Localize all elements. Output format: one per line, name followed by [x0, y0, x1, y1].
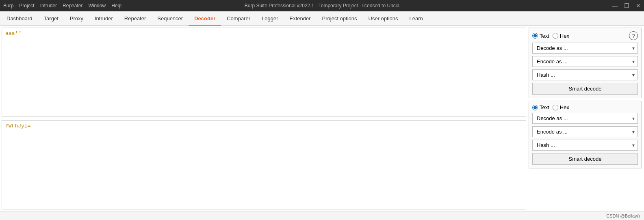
tab-extender[interactable]: Extender: [284, 12, 316, 26]
window-title: Burp Suite Professional v2022.1 - Tempor…: [245, 3, 399, 9]
hash-dropdown-1[interactable]: Hash ... SHA-256 SHA-1 MD5 SHA-384 SHA-5…: [532, 69, 638, 80]
tab-decoder[interactable]: Decoder: [189, 12, 221, 26]
tab-sequencer[interactable]: Sequencer: [152, 12, 189, 26]
editor-section-1: aaa'": [2, 28, 526, 117]
title-bar: Burp Project Intruder Repeater Window He…: [0, 0, 644, 11]
menu-help[interactable]: Help: [111, 3, 121, 9]
editor-section-2: YWFhJyl=: [2, 120, 526, 209]
tab-logger[interactable]: Logger: [256, 12, 284, 26]
window-controls: — ❒ ✕: [612, 2, 641, 9]
right-panel: Text Hex ? Decode as ... URL HTML Base64…: [526, 26, 644, 211]
menu-bar: Burp Project Intruder Repeater Window He…: [3, 3, 121, 9]
smart-decode-button-2[interactable]: Smart decode: [532, 153, 638, 165]
tab-project-options[interactable]: Project options: [317, 12, 363, 26]
hex-radio-1[interactable]: [553, 33, 558, 39]
help-button-1[interactable]: ?: [629, 31, 638, 40]
menu-project[interactable]: Project: [19, 3, 34, 9]
tab-comparer[interactable]: Comparer: [221, 12, 256, 26]
tab-proxy[interactable]: Proxy: [64, 12, 89, 26]
menu-burp[interactable]: Burp: [3, 3, 13, 9]
decode-dropdown-wrapper-2: Decode as ... URL HTML Base64 ASCII hex …: [532, 113, 638, 124]
tab-learn[interactable]: Learn: [404, 12, 429, 26]
editor-textarea-1[interactable]: aaa'": [2, 28, 526, 116]
smart-decode-button-1[interactable]: Smart decode: [532, 83, 638, 95]
decode-dropdown-1[interactable]: Decode as ... URL HTML Base64 ASCII hex …: [532, 43, 638, 54]
editor-textarea-2[interactable]: YWFhJyl=: [2, 121, 526, 209]
text-radio-label-1[interactable]: Text: [532, 33, 549, 39]
restore-button[interactable]: ❒: [624, 2, 629, 9]
minimize-button[interactable]: —: [612, 2, 618, 9]
hex-radio-label-2[interactable]: Hex: [553, 104, 569, 110]
tab-target[interactable]: Target: [38, 12, 64, 26]
tab-user-options[interactable]: User options: [363, 12, 404, 26]
status-bar: CSDN @Beilay(): [0, 211, 644, 220]
status-text: CSDN @Beilay(): [606, 214, 640, 218]
text-radio-2[interactable]: [532, 105, 538, 110]
menu-intruder[interactable]: Intruder: [40, 3, 57, 9]
control-block-1: Text Hex ? Decode as ... URL HTML Base64…: [529, 28, 642, 98]
hash-dropdown-wrapper-1: Hash ... SHA-256 SHA-1 MD5 SHA-384 SHA-5…: [532, 69, 638, 80]
close-button[interactable]: ✕: [636, 2, 641, 9]
control-block-2: Text Hex Decode as ... URL HTML Base64 A…: [529, 101, 642, 168]
tab-intruder[interactable]: Intruder: [89, 12, 119, 26]
encode-dropdown-2[interactable]: Encode as ... URL HTML Base64 ASCII hex …: [532, 126, 638, 137]
menu-window[interactable]: Window: [88, 3, 106, 9]
text-radio-label-2[interactable]: Text: [532, 104, 549, 110]
text-radio-1[interactable]: [532, 33, 538, 39]
left-panel: aaa'" YWFhJyl=: [0, 26, 526, 211]
encode-dropdown-wrapper-1: Encode as ... URL HTML Base64 ASCII hex …: [532, 56, 638, 67]
decode-dropdown-wrapper-1: Decode as ... URL HTML Base64 ASCII hex …: [532, 43, 638, 54]
hash-dropdown-2[interactable]: Hash ... SHA-256 SHA-1 MD5 SHA-384 SHA-5…: [532, 140, 638, 151]
tab-repeater[interactable]: Repeater: [119, 12, 152, 26]
hash-dropdown-wrapper-2: Hash ... SHA-256 SHA-1 MD5 SHA-384 SHA-5…: [532, 140, 638, 151]
main-content: aaa'" YWFhJyl= Text Hex ?: [0, 26, 644, 211]
hex-radio-label-1[interactable]: Hex: [553, 33, 569, 39]
radio-row-2: Text Hex: [532, 104, 638, 110]
encode-dropdown-1[interactable]: Encode as ... URL HTML Base64 ASCII hex …: [532, 56, 638, 67]
tab-dashboard[interactable]: Dashboard: [1, 12, 38, 26]
tab-bar: Dashboard Target Proxy Intruder Repeater…: [0, 11, 644, 26]
hex-radio-2[interactable]: [553, 105, 558, 110]
encode-dropdown-wrapper-2: Encode as ... URL HTML Base64 ASCII hex …: [532, 126, 638, 137]
menu-repeater[interactable]: Repeater: [63, 3, 82, 9]
decode-dropdown-2[interactable]: Decode as ... URL HTML Base64 ASCII hex …: [532, 113, 638, 124]
radio-row-1: Text Hex ?: [532, 31, 638, 40]
